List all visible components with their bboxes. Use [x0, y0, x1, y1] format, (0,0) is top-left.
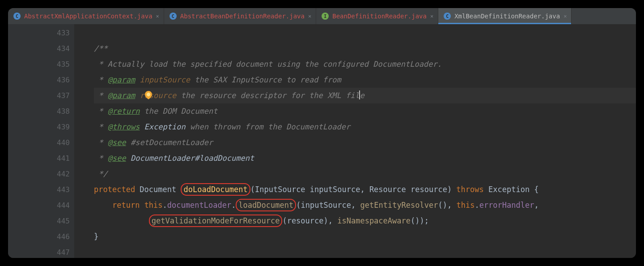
code-line: * @return the DOM Document — [94, 103, 636, 119]
close-icon[interactable]: ✕ — [156, 13, 159, 19]
tab-label: AbstractXmlApplicationContext.java — [24, 13, 153, 20]
code-line: protected Document doLoadDocument(InputS… — [94, 182, 636, 197]
line-number: 444 — [8, 197, 74, 213]
close-icon[interactable]: ✕ — [430, 13, 433, 19]
code-area[interactable]: /** * Actually load the specified docume… — [74, 24, 636, 258]
interface-icon: I — [322, 13, 329, 20]
code-line: getValidationModeForResource(resource), … — [94, 213, 636, 229]
code-line: * @see DocumentLoader#loadDocument — [94, 150, 636, 166]
line-number: 435 — [8, 56, 74, 72]
line-number: 438 — [8, 103, 74, 119]
code-line: * @see #setDocumentLoader — [94, 135, 636, 150]
line-number: 440 — [8, 135, 74, 150]
line-number: 443 — [8, 182, 74, 197]
tab-label: AbstractBeanDefinitionReader.java — [180, 13, 305, 20]
line-number: 436 — [8, 72, 74, 88]
annotation-load-document: loadDocument — [236, 199, 296, 211]
line-number: 447 — [8, 245, 74, 258]
ide-window: C AbstractXmlApplicationContext.java ✕ C… — [8, 8, 636, 258]
gutter: 433 434 435 436 437 438 439 440 441 442 … — [8, 24, 74, 258]
line-number: 439 — [8, 119, 74, 135]
line-number: 437 — [8, 88, 74, 103]
close-icon[interactable]: ✕ — [564, 13, 567, 19]
close-icon[interactable]: ✕ — [308, 13, 311, 19]
code-line: * @throws Exception when thrown from the… — [94, 119, 636, 135]
annotation-get-validation-mode: getValidationModeForResource — [149, 215, 283, 227]
line-number: 445 — [8, 213, 74, 229]
code-line: /** — [94, 41, 636, 56]
tab-abstract-bean-definition-reader[interactable]: C AbstractBeanDefinitionReader.java ✕ — [164, 8, 316, 24]
tab-abstract-xml-application-context[interactable]: C AbstractXmlApplicationContext.java ✕ — [8, 8, 164, 24]
line-number: 434 — [8, 41, 74, 56]
code-line: * Actually load the specified document u… — [94, 56, 636, 72]
text-caret — [359, 90, 360, 99]
tab-label: BeanDefinitionReader.java — [332, 13, 427, 20]
line-number: 441 — [8, 150, 74, 166]
code-line: * @param inputSource the SAX InputSource… — [94, 72, 636, 88]
line-number: 442 — [8, 166, 74, 182]
line-number: 446 — [8, 229, 74, 245]
line-number: 433 — [8, 25, 74, 41]
code-line — [94, 245, 636, 258]
code-line: * @param resource the resource descripto… — [94, 88, 636, 103]
code-line — [94, 25, 636, 41]
editor-tabbar: C AbstractXmlApplicationContext.java ✕ C… — [8, 8, 636, 24]
class-icon: C — [444, 13, 451, 20]
annotation-do-load-document: doLoadDocument — [181, 183, 250, 196]
code-line: return this.documentLoader.loadDocument(… — [94, 197, 636, 213]
class-icon: C — [13, 13, 21, 20]
code-line: } — [94, 229, 636, 245]
tab-label: XmlBeanDefinitionReader.java — [454, 13, 560, 20]
code-line: */ — [94, 166, 636, 182]
tab-bean-definition-reader[interactable]: I BeanDefinitionReader.java ✕ — [316, 8, 438, 24]
code-editor[interactable]: 433 434 435 436 437 438 439 440 441 442 … — [8, 24, 636, 258]
class-icon: C — [169, 13, 177, 20]
tab-xml-bean-definition-reader[interactable]: C XmlBeanDefinitionReader.java ✕ — [438, 8, 572, 24]
